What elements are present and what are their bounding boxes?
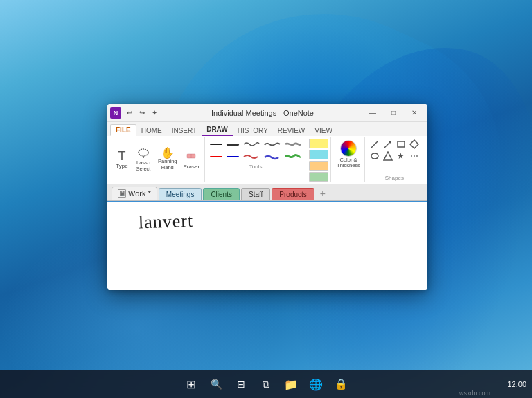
color-thickness-group: Color &Thickness	[332, 137, 365, 182]
widgets-btn[interactable]: ⊟	[229, 372, 253, 396]
maximize-btn[interactable]: □	[383, 106, 404, 120]
pen-red[interactable]	[209, 151, 224, 162]
shape-more[interactable]: ⋯	[408, 150, 420, 162]
shape-triangle[interactable]	[382, 150, 394, 162]
highlight-yellow-btn[interactable]	[309, 139, 328, 148]
taskbar: ⊞ 🔍 ⊟ ⧉ 📁 🌐 🔒 12:00 wsxdn.com	[0, 370, 532, 398]
tab-products[interactable]: Products	[272, 188, 314, 200]
pen-wave-3[interactable]	[283, 139, 303, 150]
pen-wave-1[interactable]	[242, 139, 261, 150]
type-label: Type	[116, 163, 127, 169]
notebook-section-icon: 📓	[118, 189, 126, 198]
highlight-orange-btn[interactable]	[309, 161, 328, 171]
minimize-btn[interactable]: —	[362, 106, 383, 120]
undo-btn[interactable]: ↩	[124, 107, 135, 119]
work-section-label: Work *	[128, 189, 151, 198]
taskbar-time: 12:00	[507, 380, 526, 388]
ribbon: T Type LassoSelect ✋ PanningHand	[107, 136, 427, 184]
pen-wave-5[interactable]	[263, 151, 282, 162]
highlight-cyan-btn[interactable]	[309, 150, 328, 159]
tab-meetings[interactable]: Meetings	[159, 188, 202, 200]
pen-black-thin[interactable]	[209, 139, 224, 150]
taskbar-icons-group: ⊞ 🔍 ⊟ ⧉ 📁 🌐 🔒	[179, 372, 353, 396]
notebook-section-header: 📓 Work * Meetings Clients Staff Products…	[107, 184, 427, 201]
tab-draw[interactable]: DRAW	[202, 124, 233, 136]
explorer-taskbar-btn[interactable]: 📁	[279, 372, 303, 396]
window-controls: — □ ✕	[362, 106, 425, 120]
pen-group-label: Tools	[209, 164, 303, 170]
tab-home[interactable]: HOME	[136, 126, 167, 136]
svg-point-0	[139, 149, 148, 156]
color-thickness-btn[interactable]: Color &Thickness	[335, 139, 362, 171]
pen-wave-4[interactable]	[242, 151, 261, 162]
panning-hand-btn[interactable]: ✋ PanningHand	[156, 146, 179, 172]
taskview-btn[interactable]: ⧉	[254, 372, 278, 396]
handwriting-content: lanvert	[139, 211, 194, 234]
shape-ellipse[interactable]	[369, 150, 381, 162]
onenote-logo: N	[110, 107, 121, 119]
security-taskbar-btn[interactable]: 🔒	[329, 372, 353, 396]
page-top-line	[107, 201, 427, 202]
close-btn[interactable]: ✕	[404, 106, 425, 120]
window-title: Individual Meetings - OneNote	[163, 109, 362, 117]
quick-access-toolbar: ↩ ↪ ✦	[124, 107, 160, 119]
search-taskbar-btn[interactable]: 🔍	[204, 372, 228, 396]
svg-marker-10	[384, 152, 392, 160]
tab-review[interactable]: REVIEW	[273, 126, 310, 136]
tab-file[interactable]: FILE	[110, 124, 136, 136]
tab-clients[interactable]: Clients	[203, 188, 240, 200]
onenote-window: N ↩ ↪ ✦ Individual Meetings - OneNote — …	[107, 104, 427, 290]
highlighter-group	[307, 137, 331, 182]
highlight-green-btn[interactable]	[309, 172, 328, 182]
windows-start-btn[interactable]: ⊞	[179, 372, 203, 396]
pen-black-medium[interactable]	[225, 139, 240, 150]
shapes-label: Shapes	[369, 175, 420, 181]
tab-view[interactable]: VIEW	[310, 126, 337, 136]
shapes-group: ★ ⋯ Shapes	[366, 137, 423, 182]
lasso-select-btn[interactable]: LassoSelect	[133, 145, 154, 173]
pen-blue[interactable]	[225, 151, 240, 162]
add-tab-btn[interactable]: +	[316, 187, 330, 200]
shape-arrow[interactable]	[382, 139, 394, 150]
tools-group: T Type LassoSelect ✋ PanningHand	[110, 137, 205, 182]
shape-line[interactable]	[369, 139, 381, 150]
title-bar: N ↩ ↪ ✦ Individual Meetings - OneNote — …	[107, 104, 427, 122]
tab-history[interactable]: HISTORY	[233, 126, 273, 136]
system-tray: 12:00	[507, 380, 526, 388]
more-btn[interactable]: ✦	[149, 107, 160, 119]
edge-taskbar-btn[interactable]: 🌐	[304, 372, 328, 396]
pen-wave-6[interactable]	[283, 151, 303, 162]
work-section-tab[interactable]: 📓 Work *	[112, 187, 157, 200]
type-tool-btn[interactable]: T Type	[113, 148, 131, 171]
pen-wave-2[interactable]	[263, 139, 282, 150]
shape-diamond[interactable]	[408, 139, 420, 150]
svg-line-4	[371, 141, 378, 148]
page-content: lanvert	[107, 201, 427, 290]
shape-star[interactable]: ★	[395, 150, 407, 162]
eraser-btn[interactable]: Eraser	[181, 148, 202, 171]
svg-point-9	[371, 153, 378, 159]
ribbon-tabs: FILE HOME INSERT DRAW HISTORY REVIEW VIE…	[107, 122, 427, 136]
pen-tools-group: Tools	[206, 137, 305, 182]
tab-staff[interactable]: Staff	[241, 188, 270, 200]
svg-rect-7	[398, 141, 405, 147]
tab-insert[interactable]: INSERT	[167, 126, 202, 136]
watermark: wsxdn.com	[459, 390, 490, 397]
shape-rect[interactable]	[395, 139, 407, 150]
svg-marker-8	[410, 140, 418, 148]
redo-btn[interactable]: ↪	[136, 107, 148, 119]
